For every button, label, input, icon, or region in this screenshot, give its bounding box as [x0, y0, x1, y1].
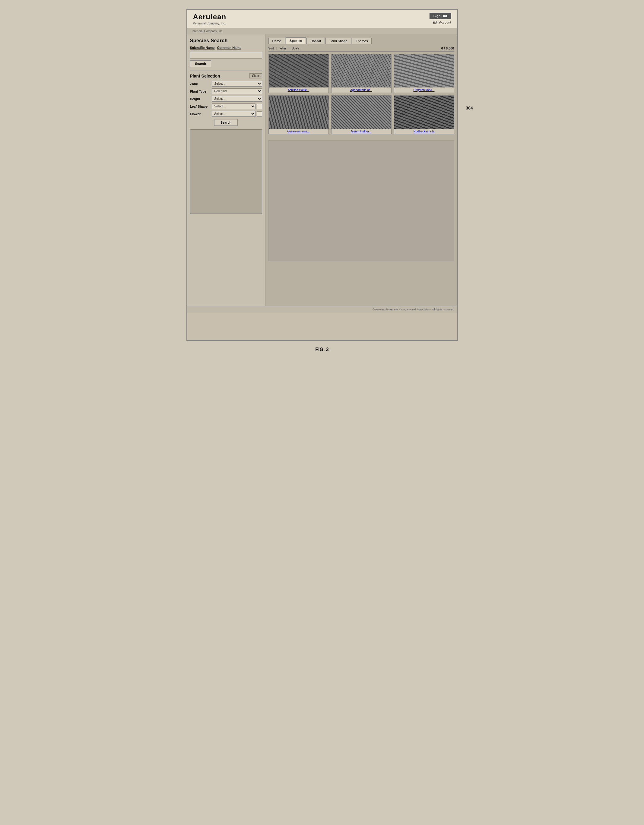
plant-card-geranium[interactable]: Geranium ams... [269, 95, 329, 134]
nav-text: Perennial Company, Inc. [191, 29, 224, 33]
flower-label: Flower [190, 112, 210, 116]
leaf-shape-select[interactable]: Select... [212, 104, 255, 109]
sidebar: Species Search Scientific Name Common Na… [187, 34, 266, 306]
page-wrapper: Aerulean Perennial Company, Inc. Sign Ou… [187, 9, 458, 341]
plant-name-rudbeckia[interactable]: Rudbeckia hirta [413, 129, 435, 134]
app-subtitle: Perennial Company, Inc. [193, 22, 227, 25]
search-input-field[interactable] [190, 52, 262, 59]
content-lower-area [269, 140, 454, 261]
plant-card-erigeron[interactable]: Erigeron karvi... [394, 54, 454, 93]
plant-image-agapanthus [332, 54, 391, 88]
plant-card-agapanthus[interactable]: Agapanthus af... [331, 54, 392, 93]
plant-image-geum [332, 96, 391, 129]
plant-grid: Achillea xkelle... Agapanthus af... Erig… [269, 54, 454, 134]
flower-color-box[interactable] [257, 111, 262, 117]
plant-type-filter-row: Plant Type Perennial [190, 88, 262, 94]
tab-habitat[interactable]: Habitat [306, 38, 325, 44]
header: Aerulean Perennial Company, Inc. Sign Ou… [187, 10, 457, 28]
plant-name-agapanthus[interactable]: Agapanthus af... [350, 88, 373, 93]
height-filter-row: Height Select... [190, 96, 262, 102]
zone-select[interactable]: Select... [212, 81, 262, 87]
leaf-shape-label: Leaf Shape [190, 105, 210, 108]
header-nav-row: Perennial Company, Inc. [187, 28, 457, 34]
zone-filter-row: Zone Select... [190, 81, 262, 87]
plant-card-achillea[interactable]: Achillea xkelle... [269, 54, 329, 93]
search-name-tabs: Scientific Name Common Name [190, 46, 262, 49]
plant-image-erigeron [394, 54, 454, 88]
footer: © Aerulean/Perennial Company and Associa… [187, 306, 457, 313]
height-select[interactable]: Select... [212, 96, 262, 102]
tab-species[interactable]: Species [286, 37, 306, 44]
logo-area: Aerulean Perennial Company, Inc. [193, 13, 227, 25]
tab-themes[interactable]: Themes [352, 38, 372, 44]
result-count: 6 / 6,000 [441, 46, 454, 50]
sidebar-title: Species Search [190, 38, 262, 43]
sub-nav-scale[interactable]: Scale [292, 47, 299, 50]
leaf-shape-filter-row: Leaf Shape Select... [190, 104, 262, 109]
clear-button[interactable]: Clear [249, 73, 262, 79]
leaf-shape-color-box[interactable] [257, 104, 262, 109]
plant-name-achillea[interactable]: Achillea xkelle... [287, 88, 310, 93]
plant-name-geranium[interactable]: Geranium ams... [287, 129, 310, 134]
plant-card-geum[interactable]: Geum lindhei... [331, 95, 392, 134]
species-search-button[interactable]: Search [190, 60, 212, 67]
sidebar-bottom-area [190, 130, 262, 214]
figure-caption: FIG. 3 [187, 347, 458, 352]
scientific-name-tab[interactable]: Scientific Name [190, 46, 215, 49]
annotation-304-label: 304 [466, 105, 473, 110]
flower-select[interactable]: Select... [212, 111, 255, 117]
sub-nav-sort[interactable]: Sort [269, 47, 274, 50]
nav-tabs: Home Species Habitat Land Shape Themes [269, 37, 454, 44]
plant-image-geranium [269, 96, 329, 129]
edit-account-link[interactable]: Edit Account [432, 20, 451, 24]
tab-home[interactable]: Home [269, 38, 285, 44]
plant-selection-title: Plant Selection [190, 74, 220, 79]
zone-label: Zone [190, 82, 210, 86]
common-name-tab[interactable]: Common Name [217, 46, 241, 49]
divider-1 [190, 71, 262, 71]
search-row: Search [190, 60, 262, 67]
height-label: Height [190, 97, 210, 101]
plant-name-geum[interactable]: Geum lindhei... [351, 129, 372, 134]
sub-nav-filter[interactable]: Filter [279, 47, 286, 50]
plant-image-rudbeckia [394, 96, 454, 129]
plant-name-erigeron[interactable]: Erigeron karvi... [412, 88, 435, 93]
content-area: Home Species Habitat Land Shape Themes [266, 34, 457, 306]
sub-nav: Sort | Filter | Scale 6 / 6,000 [269, 46, 454, 52]
sign-out-button[interactable]: Sign Out [429, 13, 451, 19]
plant-search-button[interactable]: Search [214, 119, 238, 126]
plant-type-select[interactable]: Perennial [212, 88, 262, 94]
footer-text: © Aerulean/Perennial Company and Associa… [372, 308, 453, 311]
plant-selection-header: Plant Selection Clear [190, 73, 262, 79]
header-actions: Sign Out Edit Account [429, 13, 451, 24]
plant-card-rudbeckia[interactable]: Rudbeckia hirta [394, 95, 454, 134]
tab-land-shape[interactable]: Land Shape [326, 38, 351, 44]
app-title: Aerulean [193, 13, 227, 21]
flower-filter-row: Flower Select... [190, 111, 262, 117]
plant-image-achillea [269, 54, 329, 88]
plant-type-label: Plant Type [190, 90, 210, 93]
main-layout: Species Search Scientific Name Common Na… [187, 34, 457, 306]
